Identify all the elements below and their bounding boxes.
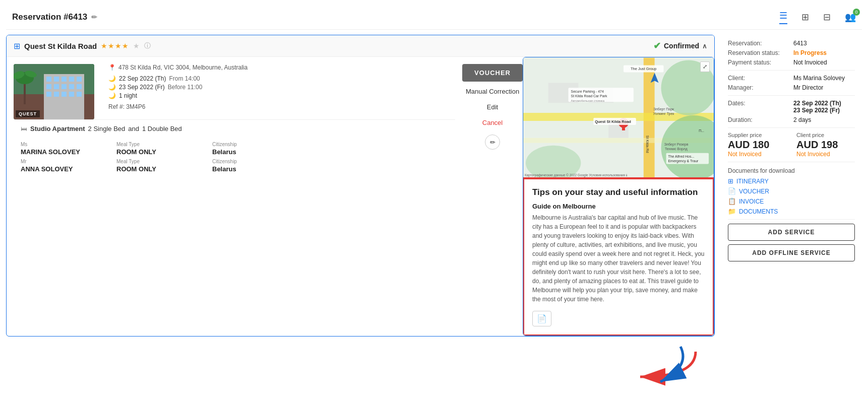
payment-status-row: Payment status: Not Invoiced: [728, 59, 855, 66]
svg-text:Уолкинг Трек: Уолкинг Трек: [653, 112, 675, 116]
client-price-col: Client price AUD 198 Not Invoiced: [796, 132, 855, 158]
hotel-name: Quest St Kilda Road: [24, 42, 97, 50]
documents-link[interactable]: 📁 DOCUMENTS: [728, 208, 855, 215]
guest2-citizenship-field: Citizenship Belarus: [212, 159, 288, 173]
svg-rect-18: [54, 92, 59, 97]
checkin-row: 🌙 22 Sep 2022 (Th) From 14:00: [108, 75, 455, 82]
confirmed-check-icon: ✔: [653, 40, 661, 51]
supplier-price-col: Supplier price AUD 180 Not Invoiced: [728, 132, 786, 158]
itinerary-link[interactable]: ⊞ ITINERARY: [728, 177, 855, 185]
edit-link[interactable]: Edit: [485, 101, 500, 113]
manual-correction-link[interactable]: Manual Correction: [464, 86, 521, 97]
invoice-icon: 📋: [728, 197, 736, 205]
confirmed-label: Confirmed: [664, 42, 699, 50]
voucher-button[interactable]: VOUCHER: [462, 64, 523, 82]
svg-text:The Alfred Hos...: The Alfred Hos...: [668, 155, 694, 158]
hotel-image-label: QUEST: [16, 110, 40, 117]
svg-rect-9: [61, 77, 67, 82]
list-view-icon[interactable]: ☰: [779, 10, 787, 24]
location-icon: 📍: [108, 64, 116, 71]
room-type-row: 🛏 Studio Apartment 2 Single Bed and 1 Do…: [14, 119, 455, 138]
svg-rect-8: [54, 77, 59, 82]
divider-2: [728, 95, 855, 96]
bed-icon: 🛏: [21, 125, 27, 132]
svg-text:Quest St Kilda Road: Quest St Kilda Road: [595, 119, 631, 124]
tips-title: Tips on your stay and useful information: [532, 187, 705, 197]
guest2-name-field: Mr ANNA SOLOVEY: [21, 159, 111, 173]
svg-rect-12: [46, 84, 51, 89]
svg-text:Автомобильная стоянка: Автомобильная стоянка: [571, 99, 605, 102]
arrow-annotation: [6, 342, 862, 387]
svg-rect-7: [46, 77, 51, 82]
svg-text:Элберт Парк: Элберт Парк: [653, 107, 674, 111]
svg-text:Emergency & Traur: Emergency & Traur: [668, 159, 699, 163]
voucher-link[interactable]: 📄 VOUCHER: [728, 187, 855, 195]
hotel-address: 📍 478 St Kilda Rd, VIC 3004, Melbourne, …: [108, 64, 455, 71]
hotel-card-header: ⊞ Quest St Kilda Road ★★★★ ★ ⓘ ✔ Confirm…: [7, 35, 714, 57]
svg-text:The Just Group: The Just Group: [631, 67, 656, 72]
svg-rect-16: [77, 84, 82, 89]
duration-row: Duration: 2 days: [728, 116, 855, 123]
svg-rect-10: [69, 77, 74, 82]
ref-row: Ref #: 3M4P6: [108, 103, 455, 110]
page-title: Reservation #6413 ✏: [12, 12, 97, 22]
tips-doc-section: 📄: [532, 311, 705, 326]
hotel-stars-filled: ★★★★: [101, 42, 129, 50]
add-service-button[interactable]: ADD SERVICE: [728, 224, 855, 241]
guest1-citizenship-field: Citizenship Belarus: [212, 142, 288, 156]
svg-rect-19: [61, 92, 67, 97]
checkout-icon: 🌙: [108, 84, 116, 91]
map-view-icon[interactable]: ⊞: [801, 12, 809, 23]
documents-section: Documents for download ⊞ ITINERARY 📄 VOU…: [728, 167, 855, 215]
client-row: Client: Ms Marina Solovey: [728, 75, 855, 82]
guest1-meal-field: Meal Type ROOM ONLY: [116, 142, 207, 156]
svg-text:Secure Parking - 474: Secure Parking - 474: [571, 90, 604, 94]
map-tips-section: Secure Parking - 474 St Kilda Road Car P…: [523, 57, 714, 336]
tips-subtitle: Guide on Melbourne: [532, 203, 705, 210]
guest-row-1: Ms MARINA SOLOVEY Meal Type ROOM ONLY Ci…: [21, 142, 448, 156]
svg-rect-13: [54, 84, 59, 89]
voucher-icon: 📄: [728, 187, 736, 195]
svg-text:Картографические данные © 2022: Картографические данные © 2022 Google Ус…: [525, 173, 628, 177]
cancel-link[interactable]: Cancel: [480, 117, 505, 128]
svg-rect-21: [77, 92, 82, 97]
hotel-details: 📍 478 St Kilda Rd, VIC 3004, Melbourne, …: [101, 64, 455, 119]
header-toolbar: ☰ ⊞ ⊟ 👥 0: [779, 10, 856, 24]
confirmed-status[interactable]: ✔ Confirmed ∧: [653, 40, 707, 51]
divider-5: [728, 219, 855, 220]
tips-download-button[interactable]: 📄: [532, 311, 551, 326]
pencil-button[interactable]: ✏: [485, 135, 500, 150]
tips-text: Melbourne is Australia's bar capital and…: [532, 213, 705, 304]
moon-icon: 🌙: [108, 92, 116, 99]
add-offline-service-button[interactable]: ADD OFFLINE SERVICE: [728, 244, 855, 261]
map-expand-button[interactable]: ⤢: [700, 61, 710, 72]
svg-text:St Kilda Road Car Park: St Kilda Road Car Park: [571, 94, 607, 98]
chevron-up-icon: ∧: [702, 42, 707, 50]
reservation-number-row: Reservation: 6413: [728, 40, 855, 47]
documents-icon: 📁: [728, 208, 736, 215]
guests-view-icon[interactable]: 👥 0: [845, 12, 856, 23]
hotel-image: QUEST: [14, 64, 94, 119]
guests-badge: 0: [853, 9, 860, 16]
hotel-info-icon[interactable]: ⓘ: [144, 41, 151, 50]
grid-view-icon[interactable]: ⊟: [823, 12, 831, 23]
checkin-icon: 🌙: [108, 75, 116, 82]
svg-text:Теннис Ворлд: Теннис Ворлд: [665, 147, 688, 151]
checkout-row: 🌙 23 Sep 2022 (Fr) Before 11:00: [108, 84, 455, 91]
hotel-stars-empty: ★: [133, 42, 140, 50]
reservation-title: Reservation #6413: [12, 12, 87, 22]
guest2-meal-field: Meal Type ROOM ONLY: [116, 159, 207, 173]
price-section: Supplier price AUD 180 Not Invoiced Clie…: [728, 132, 855, 158]
svg-text:St Kilda Rd: St Kilda Rd: [646, 136, 649, 153]
invoice-link[interactable]: 📋 INVOICE: [728, 197, 855, 205]
duration-row: 🌙 1 night: [108, 92, 455, 99]
edit-title-icon[interactable]: ✏: [91, 13, 97, 21]
reservation-sidebar: Reservation: 6413 Reservation status: In…: [721, 35, 862, 337]
hotel-dates: 🌙 22 Sep 2022 (Th) From 14:00 🌙 23 Sep 2…: [108, 75, 455, 99]
svg-text:П...: П...: [699, 129, 704, 132]
svg-rect-14: [61, 84, 67, 89]
divider-4: [728, 162, 855, 162]
tips-section: Tips on your stay and useful information…: [523, 178, 714, 336]
map-container[interactable]: Secure Parking - 474 St Kilda Road Car P…: [523, 57, 714, 178]
manager-row: Manager: Mr Director: [728, 84, 855, 91]
